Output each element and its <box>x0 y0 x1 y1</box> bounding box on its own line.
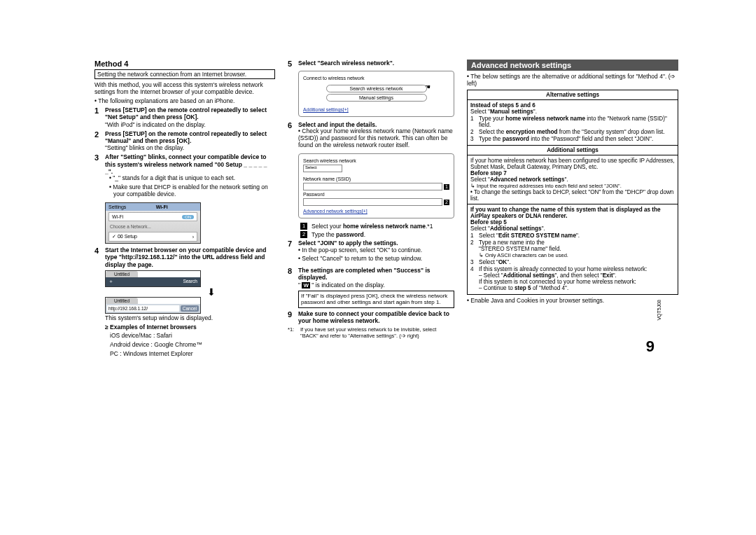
step-8-after: " W " is indicated on the display. <box>298 282 385 289</box>
browsers-3: PC : Windows Internet Explorer <box>110 351 275 358</box>
fig1-title: Connect to wireless network <box>303 76 449 81</box>
column-3: Advanced network settings • The below se… <box>467 60 678 360</box>
add-select-adv: Select "Advanced network settings". <box>470 176 568 183</box>
step-4-after: This system's setup window is displayed. <box>105 315 275 322</box>
add-heading: Additional settings <box>468 145 678 155</box>
callout-2: 2 <box>444 200 449 205</box>
step-6: 6 Select and input the details. • Check … <box>288 121 454 151</box>
fig-choose-label: Choose a Network... <box>106 223 200 230</box>
fig-settings-label: Settings <box>108 204 126 209</box>
step-2: 2 Press [SETUP] on the remote control re… <box>94 130 275 152</box>
fig-cancel: Cancel <box>181 305 199 312</box>
intro-text: With this method, you will access this s… <box>94 82 275 96</box>
fig2-pwd-label: Password <box>303 192 352 197</box>
fig-wifi-row: Wi-Fi <box>112 214 123 219</box>
fig2-link: Advanced network settings[+] <box>303 209 368 214</box>
callout-list-2: 2 Type the password. <box>300 231 454 238</box>
step-7-b1: • In the pop-up screen, select "OK" to c… <box>298 247 454 254</box>
step-7-b2: • Select "Cancel" to return to the setup… <box>298 256 454 263</box>
callout-1: 1 <box>444 184 449 190</box>
add-before7: Before step 7 <box>470 170 507 176</box>
fig2-ssid-input <box>303 183 442 190</box>
add-p1: If your home wireless network has been c… <box>470 158 675 170</box>
alt-r3: Type the password into the "Password" fi… <box>479 136 675 142</box>
hand-icon: ☚ <box>425 83 430 90</box>
alt-heading: Alternative settings <box>468 90 678 100</box>
step-4: 4 Start the Internet browser on your com… <box>94 246 275 268</box>
fig-tab: Untitled <box>106 271 138 277</box>
iphone-wifi-figure: SettingsWi-Fi Wi-FiON Choose a Network..… <box>105 202 201 244</box>
footnote-1: *1: If you have set your wireless networ… <box>288 327 454 339</box>
advanced-heading: Advanced network settings <box>467 60 678 71</box>
intro-bullet: • The following explanations are based o… <box>99 98 275 105</box>
add-b7s1: ↳ Input the required addresses into each… <box>470 183 622 189</box>
fig2-title: Search wireless network <box>303 158 449 163</box>
step-9-bold: Make sure to connect your compatible dev… <box>298 310 449 324</box>
arrow-down-icon: ⬇ <box>147 289 275 296</box>
alt-instead: Instead of steps 5 and 6 <box>470 102 536 109</box>
browsers-2: Android device : Google Chrome™ <box>110 342 275 349</box>
doc-code: VQT5J08 <box>657 300 662 321</box>
add-select-additional: Select "Additional settings". <box>470 225 545 232</box>
alt-r1: Type your home wireless network name int… <box>479 116 675 128</box>
fig-tab2: Untitled <box>106 298 138 304</box>
step-8-bold: The settings are completed when "Success… <box>298 267 430 281</box>
add-r1: Select "Edit STEREO SYSTEM name". <box>479 232 675 239</box>
fig-wifi-header: Wi-Fi <box>156 204 168 209</box>
callout-list-1: 1 Select your home wireless network name… <box>300 223 454 230</box>
step-3: 3 After "Setting" blinks, connect your c… <box>94 153 275 200</box>
wifi-toggle: ON <box>182 215 194 219</box>
step-8: 8 The settings are completed when "Succe… <box>288 267 454 289</box>
fig2-ssid-label: Network name (SSID) <box>303 176 352 181</box>
fail-note: If "Fail" is displayed press [OK], check… <box>298 291 454 307</box>
fig-search: Search <box>183 279 197 285</box>
step-2-after: "Setting" blinks on the display. <box>105 144 184 151</box>
step-7-bold: Select "JOIN" to apply the settings. <box>298 239 398 246</box>
page-content: Method 4 Setting the network connection … <box>94 60 662 360</box>
alternative-settings-box: Alternative settings Instead of steps 5 … <box>467 90 678 295</box>
step-1-after: "With iPod" is indicated on the display. <box>105 121 206 128</box>
alt-select-manual: Select "Manual settings". <box>470 109 537 115</box>
connect-figure: Connect to wireless network Search wirel… <box>298 71 454 117</box>
advanced-lead: • The below settings are the alternative… <box>467 74 678 88</box>
step-2-bold: Press [SETUP] on the remote control repe… <box>105 130 267 144</box>
step-3-bold: After "Setting" blinks, connect your com… <box>105 153 267 174</box>
browser-figure-1: Untitled ＋Search <box>105 270 201 287</box>
step-5: 5 Select "Search wireless network". <box>288 60 454 68</box>
step-3-sub2: • Make sure that DHCP is enabled for the… <box>109 184 275 198</box>
step-5-bold: Select "Search wireless network". <box>298 60 394 67</box>
method-subtitle-box: Setting the network connection from an I… <box>94 69 275 79</box>
add-r3: Select "OK". <box>479 259 675 265</box>
fig2-select: Select <box>303 165 342 172</box>
fig-network-row: ✓ 00 Setup <box>112 234 137 239</box>
add-r4: If this system is already connected to y… <box>479 266 675 291</box>
add-midb: If you want to change the name of this s… <box>470 207 661 219</box>
alt-r2: Select the encryption method from the "S… <box>479 129 675 135</box>
step-1-bold: Press [SETUP] on the remote control repe… <box>105 106 267 120</box>
step-9: 9 Make sure to connect your compatible d… <box>288 310 454 324</box>
page-number: 9 <box>646 338 654 356</box>
add-before5: Before step 5 <box>470 219 507 225</box>
add-b7s2: • To change the settings back to DHCP, s… <box>470 189 673 202</box>
fig-url-field: http://192.168.1.12/ <box>107 305 179 312</box>
column-1: Method 4 Setting the network connection … <box>94 60 275 360</box>
method-heading: Method 4 <box>94 60 275 68</box>
browsers-heading: ≥ Examples of Internet browsers <box>105 324 197 331</box>
fig1-link: Additional settings[+] <box>303 107 349 112</box>
fig1-btn-manual: Manual settings <box>326 94 427 102</box>
fig1-btn-search: Search wireless network☚ <box>326 85 427 92</box>
step-7: 7 Select "JOIN" to apply the settings. •… <box>288 239 454 265</box>
browser-figure-2: Untitled http://192.168.1.12/Cancel <box>105 297 201 314</box>
search-figure: Search wireless network Select Network n… <box>298 153 454 218</box>
step-6-bullet: • Check your home wireless network name … <box>298 128 454 148</box>
column-2: 5 Select "Search wireless network". Conn… <box>288 60 454 360</box>
step-3-sub1: • "_" stands for a digit that is unique … <box>109 175 275 182</box>
step-1: 1 Press [SETUP] on the remote control re… <box>94 106 275 128</box>
step-4-bold: Start the Internet browser on your compa… <box>105 246 267 268</box>
browsers-1: iOS device/Mac : Safari <box>110 333 275 340</box>
fig2-pwd-input <box>303 198 442 206</box>
tail-bullet: • Enable Java and Cookies in your browse… <box>467 298 678 305</box>
add-r2: Type a new name into the "STEREO SYSTEM … <box>479 239 675 258</box>
